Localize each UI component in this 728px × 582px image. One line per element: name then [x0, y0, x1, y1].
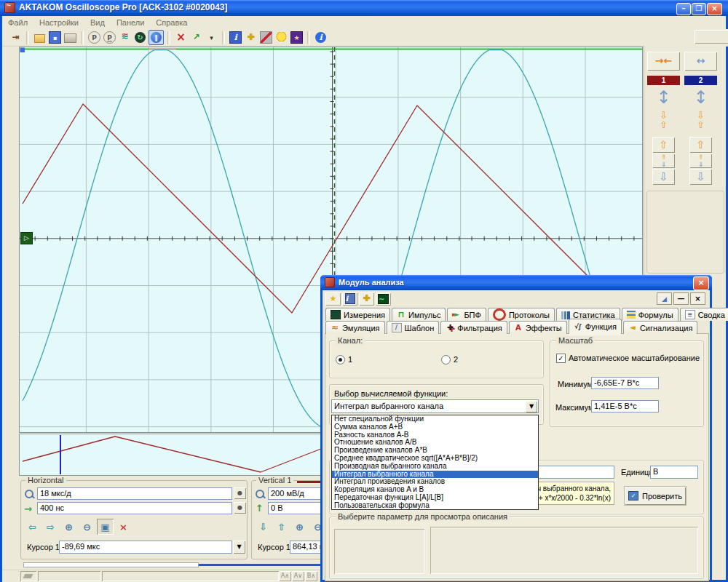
info-book-icon[interactable] — [342, 292, 357, 306]
function-list-item[interactable]: Нет специальной функции — [332, 415, 538, 423]
tab-Эффекты[interactable]: Эффекты — [509, 321, 567, 334]
favorites-star-icon[interactable] — [325, 292, 341, 306]
tab-Импульс[interactable]: Импульс — [392, 308, 446, 321]
expand-horizontal-button[interactable]: ↔ — [684, 52, 717, 71]
function-dropdown-list[interactable]: Нет специальной функцииСумма каналов A+B… — [331, 415, 539, 510]
h-cursor-field[interactable]: -89,69 мкс — [59, 541, 232, 554]
channel-2-compress-vertical-button[interactable]: ⇩⇧ — [684, 111, 717, 129]
units-field[interactable]: В — [650, 466, 698, 479]
waves-icon[interactable] — [118, 31, 132, 44]
timebase-knob-button[interactable]: ● — [234, 487, 246, 499]
maximum-field[interactable]: 1,41E-5 В*с — [591, 400, 659, 412]
tab-Измерения[interactable]: Измерения — [325, 308, 390, 321]
minimize-button[interactable]: – — [676, 3, 691, 15]
tab-Протоколы[interactable]: Протоколы — [488, 308, 555, 321]
exparrow-icon[interactable] — [189, 31, 203, 44]
function-list-item[interactable]: Пользовательская формула — [332, 502, 538, 510]
menu-item-Вид[interactable]: Вид — [84, 17, 111, 28]
function-combobox[interactable]: Интеграл выбранного канала ▼ — [331, 399, 539, 413]
tab-Функция[interactable]: Функция — [569, 319, 622, 334]
function-list-item[interactable]: Разность каналов A-B — [332, 431, 538, 439]
v-zoom-in-button[interactable]: ⊕ — [291, 519, 308, 535]
delx-icon[interactable] — [174, 31, 188, 44]
channel-2-radio[interactable] — [441, 355, 451, 364]
combobox-dropdown-icon[interactable]: ▼ — [526, 401, 537, 412]
function-list-item[interactable]: Сумма каналов A+B — [332, 423, 538, 431]
dialog-close-button[interactable]: × — [693, 276, 709, 290]
channel-1-fine-shift-button[interactable]: ⇑⇓ — [652, 154, 675, 168]
parameter-list-box[interactable] — [334, 529, 424, 574]
function-list-item[interactable]: Интеграл выбранного канала — [332, 471, 538, 479]
channel-2-expand-vertical-button[interactable]: ↕ — [684, 87, 717, 108]
channel-1-radio[interactable] — [336, 355, 345, 364]
function-list-item[interactable]: Передаточная функция L[A]/L[B] — [332, 494, 538, 502]
check-formula-button[interactable]: Проверить — [625, 487, 686, 505]
delay-field[interactable]: 400 нс — [37, 502, 232, 514]
tab-Сигнализация[interactable]: Сигнализация — [623, 321, 697, 334]
tab-Шаблон[interactable]: Шаблон — [387, 321, 440, 334]
channel-1-header[interactable]: 1 — [647, 76, 680, 85]
channel-2-shift-up-button[interactable]: ⇧ — [689, 137, 712, 153]
function-list-item[interactable]: Произведение каналов A*B — [332, 447, 538, 455]
function-list-item[interactable]: Интеграл произведения каналов — [332, 478, 538, 486]
close-button[interactable]: × — [707, 3, 722, 15]
infopanel-icon[interactable] — [229, 31, 242, 44]
tab-Сводка[interactable]: Сводка — [680, 308, 728, 321]
scroll-left-button[interactable]: ⇦ — [24, 519, 41, 535]
timebase-field[interactable]: 18 мкс/д — [37, 487, 232, 500]
menu-item-Файл[interactable]: Файл — [2, 17, 33, 28]
h-cursor-dropdown-button[interactable]: ▼ — [233, 541, 245, 554]
dialog-title-bar[interactable]: Модуль анализа × — [320, 275, 712, 290]
lamp-icon[interactable] — [274, 31, 288, 44]
scroll-down-button[interactable]: ⇩ — [255, 519, 272, 535]
compress-horizontal-button[interactable]: →← — [647, 52, 680, 71]
reset-zoom-button[interactable]: × — [115, 519, 132, 535]
exit-icon[interactable] — [9, 31, 23, 44]
auto-scale-checkbox[interactable]: ✓ — [556, 354, 566, 363]
tools-icon[interactable] — [259, 31, 273, 44]
function-list-item[interactable]: Производная выбранного канала — [332, 463, 538, 471]
dialog-preview-button[interactable] — [657, 292, 672, 305]
open-icon[interactable] — [33, 31, 47, 44]
scroll-right-button[interactable]: ⇨ — [42, 519, 59, 535]
tab-Эмуляция[interactable]: Эмуляция — [325, 321, 385, 334]
wand-icon[interactable] — [290, 31, 304, 44]
globe-icon[interactable] — [133, 31, 147, 44]
reca-icon[interactable] — [87, 31, 101, 44]
channel-1-expand-vertical-button[interactable]: ↕ — [647, 87, 680, 108]
minimum-field[interactable]: -6,65E-7 В*с — [591, 377, 659, 389]
channel-1-compress-vertical-button[interactable]: ⇩⇧ — [647, 111, 680, 129]
about-icon[interactable] — [314, 31, 328, 44]
status-mini-button-B∧[interactable]: B∧ — [305, 571, 317, 581]
status-mini-button-A∧[interactable]: A∧ — [279, 571, 291, 581]
pause-icon[interactable] — [149, 30, 164, 45]
scroll-home-button[interactable]: ⇧ — [273, 519, 290, 535]
scope-screen-icon[interactable] — [376, 292, 391, 306]
menu-item-Справка[interactable]: Справка — [150, 17, 193, 28]
channel-b-zero-marker[interactable]: ▷ — [20, 232, 33, 244]
menu-item-Настройки[interactable]: Настройки — [33, 17, 84, 28]
menu-item-Панели[interactable]: Панели — [111, 17, 150, 28]
title-bar[interactable]: AKTAKOM Oscilloscope Pro [ACK-3102 #0020… — [0, 0, 728, 16]
maximize-button[interactable]: ❐ — [692, 3, 706, 15]
channel-2-shift-down-button[interactable]: ⇩ — [689, 169, 712, 185]
delay-knob-button[interactable]: ● — [234, 502, 246, 514]
print-icon[interactable] — [63, 31, 77, 44]
dialog-maximize-button[interactable]: × — [690, 292, 705, 305]
channel-2-header[interactable]: 2 — [684, 76, 717, 85]
status-mini-button-A∨[interactable]: A∨ — [292, 571, 304, 581]
zoom-window-button[interactable]: ▣ — [97, 519, 114, 535]
channel-2-fine-shift-button[interactable]: ⇑⇓ — [689, 154, 712, 168]
zoom-out-button[interactable]: ⊖ — [79, 519, 95, 535]
signpost-icon[interactable] — [359, 292, 374, 306]
tab-БПФ[interactable]: БПФ — [447, 308, 486, 321]
function-list-item[interactable]: Среднее квадратическое sqrt([A*A+B*B]/2) — [332, 455, 538, 463]
tab-Фильтрация[interactable]: Фильтрация — [440, 321, 507, 334]
tsq-icon[interactable] — [244, 31, 258, 44]
caret-icon[interactable] — [205, 31, 218, 44]
recb-icon[interactable] — [103, 31, 116, 44]
tab-Формулы[interactable]: Формулы — [622, 308, 678, 321]
function-list-item[interactable]: Корреляция каналов A и B — [332, 486, 538, 494]
function-list-item[interactable]: Отношение каналов A/B — [332, 439, 538, 447]
channel-1-shift-down-button[interactable]: ⇩ — [652, 169, 675, 185]
